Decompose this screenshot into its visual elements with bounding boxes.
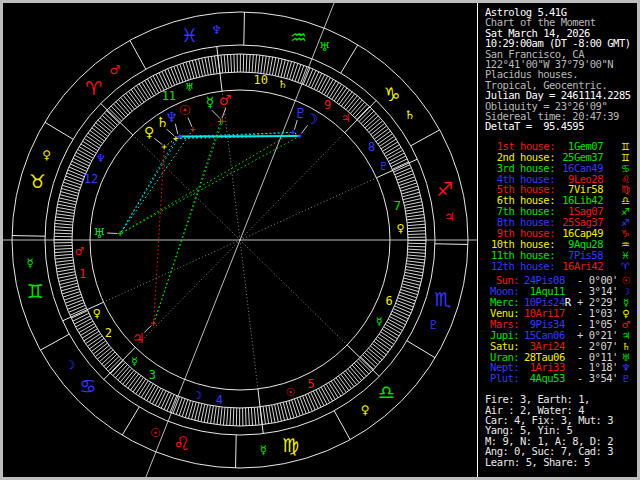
degree-tick xyxy=(261,55,263,73)
degree-tick xyxy=(264,56,267,74)
degree-tick xyxy=(254,407,256,425)
sign-ruler-icon: ♀ xyxy=(361,403,370,417)
degree-tick xyxy=(57,207,75,210)
degree-tick xyxy=(56,266,74,269)
degree-tick xyxy=(174,66,180,83)
house-cusp-value: 1Gem07 xyxy=(555,141,603,152)
house-ruler-icon: ♄ xyxy=(278,78,288,91)
degree-tick xyxy=(269,406,272,424)
house-row: 12th house:16Ari42♈ xyxy=(485,261,637,272)
degree-tick xyxy=(396,171,413,178)
house-cusp-dotted-line xyxy=(222,91,240,240)
planet-velocity: - 2°07' xyxy=(572,341,618,352)
degree-tick xyxy=(180,64,186,81)
degree-tick xyxy=(177,65,183,82)
aspect-line xyxy=(179,136,300,137)
sign-ruler-icon: ☿ xyxy=(27,256,34,270)
planet-position-value: 3Ari24 xyxy=(519,341,565,352)
info-line-9: Julian Day = 2461114.2285 xyxy=(485,90,637,100)
sign-boundary-line xyxy=(334,411,350,440)
degree-tick xyxy=(66,173,83,179)
house-ruler-icon: ☿ xyxy=(131,355,138,368)
degree-tick xyxy=(170,396,177,413)
wheel-planet-uran: ♅ xyxy=(93,225,106,241)
degree-tick xyxy=(407,261,425,263)
house-ruler-icon: ♀ xyxy=(93,307,101,320)
planet-icon: ♂ xyxy=(618,320,637,331)
sign-boundary-line xyxy=(12,236,45,237)
degree-tick xyxy=(309,70,316,86)
house-cusp-dotted-line xyxy=(240,240,347,345)
degree-tick xyxy=(408,249,426,250)
degree-tick xyxy=(71,311,87,319)
sign-boundary-line xyxy=(411,130,440,146)
retrograde-flag: R xyxy=(565,297,573,308)
planet-pointer-line xyxy=(144,325,151,332)
house-row: 1st house:1Gem07♊ xyxy=(485,141,637,152)
house-number-7: 7 xyxy=(394,199,401,213)
degree-tick xyxy=(272,57,275,75)
wheel-planet-plut: ♇ xyxy=(294,105,307,121)
info-line-4: 10:29:00am (DT -8:00 GMT) xyxy=(485,38,637,48)
degree-tick xyxy=(179,399,185,416)
house-ruler-icon: ☉ xyxy=(285,386,295,399)
degree-tick xyxy=(267,56,270,74)
planet-label: Mars: xyxy=(485,319,519,330)
degree-tick xyxy=(159,73,167,89)
house-number-3: 3 xyxy=(149,368,156,382)
degree-tick xyxy=(171,67,178,84)
degree-tick xyxy=(308,394,315,410)
degree-tick xyxy=(168,69,175,86)
degree-tick xyxy=(70,164,86,171)
degree-tick xyxy=(205,57,208,75)
house-number-1: 1 xyxy=(79,267,86,281)
degree-tick xyxy=(54,230,72,231)
degree-tick xyxy=(165,70,172,86)
degree-tick xyxy=(217,407,219,425)
degree-tick xyxy=(255,55,257,73)
sign-glyph-taurus: ♉ xyxy=(29,170,46,192)
degree-tick xyxy=(305,395,312,412)
degree-tick xyxy=(252,54,253,72)
sign-glyph-sagittarius: ♐ xyxy=(436,178,453,200)
planet-position-value: 4Aqu53 xyxy=(519,373,565,384)
house-ruler-icon: ♅ xyxy=(185,81,195,94)
aspect-line xyxy=(120,139,176,234)
degree-tick xyxy=(314,73,322,89)
planet-row: Plut:4Aqu53- 3°54'♇ xyxy=(485,373,637,384)
degree-tick xyxy=(270,57,273,75)
angle-axis-line xyxy=(92,240,240,477)
element-stats-block: Fire: 3, Earth: 1,Air : 2, Water: 4Car: … xyxy=(478,394,637,467)
degree-tick xyxy=(399,295,416,301)
degree-tick xyxy=(234,54,235,72)
degree-tick xyxy=(407,218,425,220)
planet-row: Satu:3Ari24- 2°07'♄ xyxy=(485,341,637,352)
degree-tick xyxy=(398,298,415,304)
degree-tick xyxy=(164,393,171,409)
wheel-planet-mars: ♂ xyxy=(219,92,232,108)
planet-row: Jupi:15Can06+ 0°21'♃ xyxy=(485,330,637,341)
degree-tick xyxy=(249,54,250,72)
house-number-5: 5 xyxy=(308,377,315,391)
planet-velocity: - 3°54' xyxy=(572,373,618,384)
aspect-line xyxy=(120,132,293,233)
degree-tick xyxy=(55,257,73,259)
sign-glyph-pisces: ♓ xyxy=(181,24,198,46)
degree-tick xyxy=(408,246,426,247)
sign-ruler-icon: ♀ xyxy=(42,148,51,162)
degree-tick xyxy=(407,221,425,223)
degree-tick xyxy=(407,258,425,260)
house-ruler-icon: ♂ xyxy=(75,245,85,258)
house-ruler-icon: ♀ xyxy=(397,222,405,235)
degree-tick xyxy=(392,162,408,170)
degree-tick xyxy=(406,214,424,216)
degree-tick xyxy=(208,57,211,75)
sign-ruler-icon: ♂ xyxy=(109,63,120,77)
degree-tick xyxy=(66,300,83,306)
planet-pointer-line xyxy=(154,138,162,144)
house-cusp-dotted-line xyxy=(133,135,240,240)
stats-line-7: Learn: 5, Share: 5 xyxy=(485,457,637,467)
house-number-8: 8 xyxy=(368,140,375,154)
house-number-6: 6 xyxy=(385,294,392,308)
degree-tick xyxy=(400,292,417,298)
